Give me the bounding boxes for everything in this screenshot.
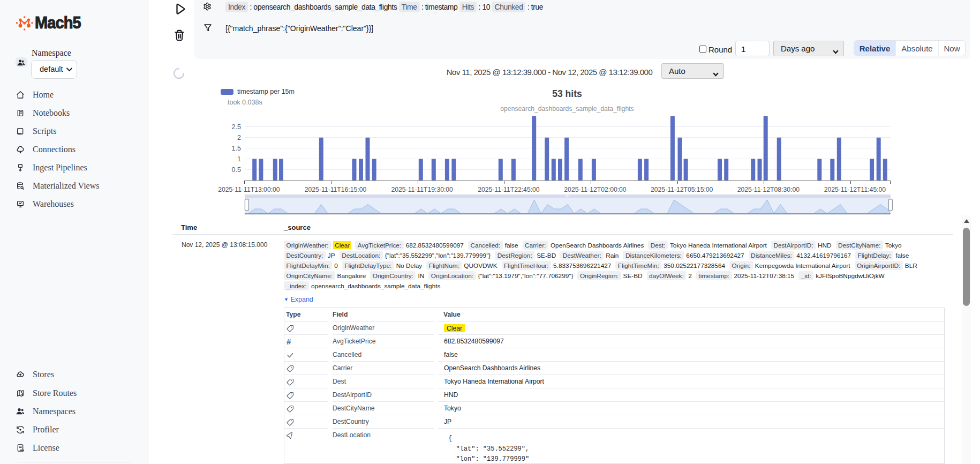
- svg-text:1.5: 1.5: [232, 145, 241, 152]
- svg-text:2025-11-12T11:45:00: 2025-11-12T11:45:00: [824, 186, 886, 193]
- svg-text:2025-11-11T19:30:00: 2025-11-11T19:30:00: [391, 186, 453, 193]
- svg-text:2025-11-12T02:00:00: 2025-11-12T02:00:00: [564, 186, 627, 193]
- svg-text:2: 2: [237, 134, 241, 141]
- svg-text:1: 1: [237, 155, 241, 163]
- svg-text:2025-11-11T16:15:00: 2025-11-11T16:15:00: [305, 186, 367, 193]
- svg-text:2025-11-11T22:45:00: 2025-11-11T22:45:00: [478, 186, 540, 193]
- svg-text:2025-11-12T08:30:00: 2025-11-12T08:30:00: [737, 186, 800, 193]
- svg-text:0.5: 0.5: [232, 166, 241, 174]
- svg-text:2025-11-12T05:15:00: 2025-11-12T05:15:00: [651, 186, 713, 193]
- svg-text:2.5: 2.5: [232, 123, 241, 131]
- svg-text:2025-11-11T13:00:00: 2025-11-11T13:00:00: [218, 186, 280, 193]
